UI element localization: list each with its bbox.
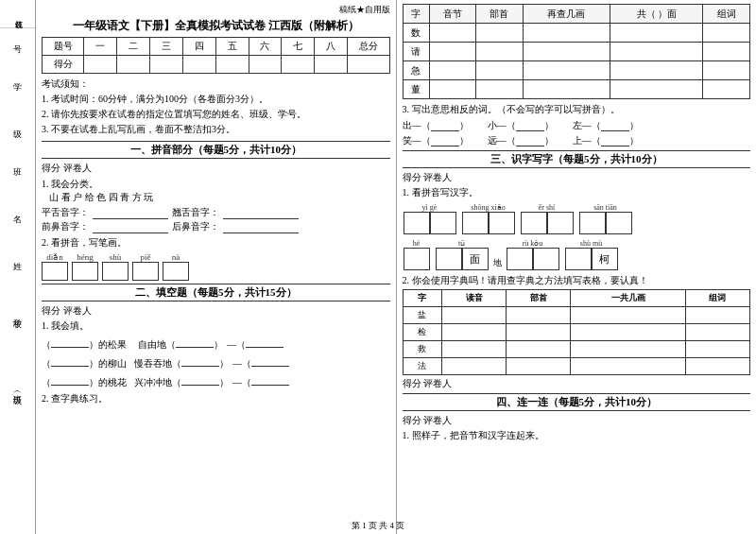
hzb-he xyxy=(404,248,430,270)
hz-boxes-yige xyxy=(404,212,456,234)
antonym-section: 3. 写出意思相反的词。（不会写的字可以写拼音）。 出—（ ） 小—（ ） 左—… xyxy=(403,103,751,147)
ant-xiao: 小—（ ） xyxy=(488,119,554,132)
q4-1-label: 1. 照样子，把音节和汉字连起来。 xyxy=(403,429,751,442)
fr3-right: —（ xyxy=(232,372,289,389)
ct-zuc-shu xyxy=(703,24,750,43)
fr2-right: —（ xyxy=(232,353,289,370)
char-table: 字 音节 部首 再查几画 共（ ）面 组词 数 xyxy=(403,4,751,99)
fr2-l1 xyxy=(51,353,89,367)
score-2 xyxy=(117,56,150,74)
fr3-mid: 兴冲冲地（） xyxy=(134,372,229,389)
score-6 xyxy=(249,56,282,74)
dth-zi: 字 xyxy=(403,290,441,307)
score-8 xyxy=(315,56,348,74)
py-rukou: rù kǒu xyxy=(523,239,543,248)
dt-ds-yan xyxy=(441,307,506,324)
hz-boxes-santian xyxy=(579,212,632,234)
ct-zi-ji: 急 xyxy=(403,61,429,80)
pingyin-label: 平舌音字： xyxy=(42,206,89,219)
q1-chars: 山 看 户 给 色 四 青 方 玩 xyxy=(49,191,390,204)
score-table: 题号 一 二 三 四 五 六 七 八 总分 得分 xyxy=(42,37,390,74)
ct-gm-shu xyxy=(610,24,703,43)
score-4 xyxy=(182,56,215,74)
grader-label-3b: 得分 评卷人 xyxy=(403,377,453,390)
ct-row-dong: 董 xyxy=(403,80,750,99)
vertical-label-ji: 级 xyxy=(11,123,24,125)
dt-zi-fa: 法 xyxy=(403,358,441,375)
dth-dusheng: 读音 xyxy=(441,290,506,307)
pbox-pie: piě xyxy=(132,252,159,281)
hz-boxes-ershi xyxy=(521,212,574,234)
fill-rows: （）的松果 自由地（） —（ （）的柳山 慢吞吞地（） —（ （）的桃花 兴冲冲… xyxy=(42,335,390,389)
dt-bs-fa xyxy=(507,358,571,375)
fr2-mid: 慢吞吞地（） xyxy=(134,353,229,370)
grader-row-2: 得分 评卷人 xyxy=(42,304,390,318)
hzg-yige: yì gè xyxy=(404,203,456,234)
hzb-shong xyxy=(462,212,489,234)
ct-row-ji: 急 xyxy=(403,61,750,80)
fill-row-2: （）的柳山 慢吞吞地（） —（ xyxy=(42,353,390,370)
fr1-l1 xyxy=(51,335,89,348)
footer-text: 第 1 页 共 4 页 xyxy=(352,521,404,530)
pbox-heng: héng xyxy=(72,252,98,281)
fr2-r1 xyxy=(251,353,289,367)
sheshe-label: 翘舌音字： xyxy=(172,206,219,219)
ct-zuc-ji xyxy=(703,61,750,80)
score-3 xyxy=(150,56,183,74)
dt-ds-jiu xyxy=(441,341,506,358)
hz-row2-pinyin: hé tǔ 面 地 rù kǒu xyxy=(403,238,751,271)
q3-1-label: 1. 看拼音写汉字。 xyxy=(403,186,751,199)
fill-row-1: （）的松果 自由地（） —（ xyxy=(42,335,390,352)
box-heng xyxy=(72,262,98,281)
ant-chu: 出—（ ） xyxy=(403,119,469,132)
hzg-ershi: ěr shí xyxy=(521,203,574,234)
hzb-ke: 柯 xyxy=(592,248,618,270)
fr3-m1 xyxy=(181,372,219,386)
ct-bs-shu xyxy=(476,24,524,43)
dt-zi-jiu: 救 xyxy=(403,341,441,358)
page-footer: 第 1 页 共 4 页 xyxy=(0,520,756,532)
ct-yj-ji xyxy=(429,61,476,80)
fr1-mid: 自由地（） xyxy=(138,335,223,352)
py-yige: yì gè xyxy=(422,203,438,212)
fr2-m1 xyxy=(181,353,219,367)
dt-zi-jian: 检 xyxy=(403,324,441,341)
main-title: 一年级语文【下册】全真模拟考试试卷 江西版（附解析） xyxy=(42,18,390,34)
dt-jh-jian xyxy=(571,324,686,341)
hz-boxes-tu: 面 xyxy=(436,248,489,270)
q2-strokes: 2. 看拼音，写笔画。 diǎn héng shù p xyxy=(42,236,390,281)
note-1: 1. 考试时间：60分钟，满分为100分（各卷面分3分）。 xyxy=(42,92,390,107)
ant-yuan: 远—（ ） xyxy=(488,134,554,147)
q1-pinyin-row: 平舌音字： 翘舌音字： xyxy=(42,206,390,219)
col-6: 六 xyxy=(249,38,282,56)
vertical-label-xing: 姓 xyxy=(11,255,24,257)
ct-h-yinjie: 音节 xyxy=(429,5,476,24)
left-panel: 稿纸★自用版 一年级语文【下册】全真模拟考试试卷 江西版（附解析） 题号 一 二… xyxy=(36,0,397,534)
hz-boxes-shongxiao xyxy=(462,212,515,234)
ct-bs-qing xyxy=(476,43,524,61)
ct-zc-ji xyxy=(523,61,610,80)
vertical-label-school: 学校 xyxy=(11,312,24,314)
dt-zc-jiu xyxy=(685,341,749,358)
col-7: 七 xyxy=(282,38,315,56)
dth-jihua: 一共几画 xyxy=(571,290,686,307)
fr3-l1 xyxy=(51,372,89,386)
dth-bushou: 部首 xyxy=(507,290,571,307)
vertical-label-ming: 名 xyxy=(11,208,24,210)
hzb-san xyxy=(579,212,606,234)
vertical-label-hao: 号 xyxy=(11,38,24,40)
py-tu: tǔ xyxy=(458,239,465,248)
dt-bs-jian xyxy=(507,324,571,341)
q3-2-label: 2. 你会使用字典吗！请用查字典之方法填写表格，要认真！ xyxy=(403,274,751,287)
dtr-fa: 法 xyxy=(403,358,750,375)
q3-1-section: 1. 看拼音写汉字。 yì gè shōng xiǎo xyxy=(403,186,751,271)
exam-notes: 考试须知： 1. 考试时间：60分钟，满分为100分（各卷面分3分）。 2. 请… xyxy=(42,77,390,137)
ct-gm-qing xyxy=(610,43,703,61)
note-3: 3. 不要在试卷上乱写乱画，卷面不整洁扣3分。 xyxy=(42,122,390,137)
hzb-er xyxy=(521,212,547,234)
box-shu xyxy=(102,262,129,281)
bianyin-blank xyxy=(93,221,168,233)
ct-gm-ji xyxy=(610,61,703,80)
score-1 xyxy=(84,56,117,74)
hzb-ge xyxy=(430,212,456,234)
